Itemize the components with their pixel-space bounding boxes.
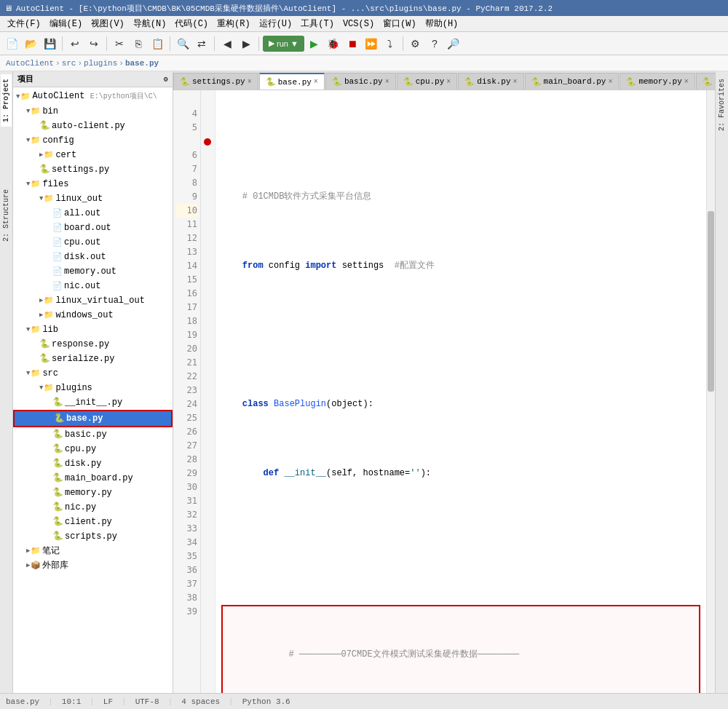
tree-config[interactable]: ▼ 📁 config xyxy=(13,133,173,148)
tree-basic-py[interactable]: 🐍 basic.py xyxy=(13,427,173,442)
tree-linux-out[interactable]: ▼ 📁 linux_out xyxy=(13,191,173,206)
ln-29: 29 xyxy=(176,467,197,480)
tree-cpu-out[interactable]: 📄 cpu.out xyxy=(13,235,173,250)
menu-vcs[interactable]: VCS(S) xyxy=(339,17,379,31)
toolbar-step-over[interactable]: ⤵ xyxy=(381,35,399,52)
tree-src[interactable]: ▼ 📁 src xyxy=(13,366,173,381)
toolbar-new[interactable]: 📄 xyxy=(3,35,20,52)
right-scrollbar[interactable] xyxy=(706,90,715,693)
tree-memory-py[interactable]: 🐍 memory.py xyxy=(13,486,173,500)
menu-view[interactable]: 视图(V) xyxy=(87,16,129,31)
toolbar-play[interactable]: ▶ xyxy=(306,35,323,52)
tree-external[interactable]: ▶ 📦 外部库 xyxy=(13,558,173,573)
tree-serialize-py[interactable]: 🐍 serialize.py xyxy=(13,352,173,366)
toolbar-save[interactable]: 💾 xyxy=(41,35,58,52)
tree-board-out[interactable]: 📄 board.out xyxy=(13,221,173,235)
tab-close-settings[interactable]: × xyxy=(248,78,252,86)
tab-structure[interactable]: 2: Structure xyxy=(1,185,12,246)
toolbar-settings[interactable]: ⚙ xyxy=(407,35,424,52)
tree-windows-out[interactable]: ▶ 📁 windows_out xyxy=(13,308,173,322)
toolbar-stop[interactable]: ⏹ xyxy=(344,35,361,52)
toolbar-replace[interactable]: ⇄ xyxy=(193,35,210,52)
tree-memory-out[interactable]: 📄 memory.out xyxy=(13,264,173,279)
ln-26: 26 xyxy=(176,425,197,439)
tab-favorites[interactable]: 2: Favorites xyxy=(716,74,727,135)
tree-autoclient[interactable]: ▼ 📁 AutoClient E:\python项目\C\ xyxy=(13,89,173,104)
toolbar-redo[interactable]: ↪ xyxy=(85,35,103,52)
tree-all-out[interactable]: 📄 all.out xyxy=(13,206,173,221)
toolbar-open[interactable]: 📂 xyxy=(22,35,39,52)
tree-response-py[interactable]: 🐍 response.py xyxy=(13,337,173,352)
tree-files[interactable]: ▼ 📁 files xyxy=(13,177,173,191)
tree-nic-out[interactable]: 📄 nic.out xyxy=(13,279,173,293)
breakpoint-line6[interactable] xyxy=(204,138,211,146)
tree-main-board-py[interactable]: 🐍 main_board.py xyxy=(13,471,173,486)
toolbar-run-button[interactable]: ▶ run ▼ xyxy=(263,36,304,52)
breadcrumb-file[interactable]: base.py xyxy=(125,59,159,68)
tab-label-settings: settings.py xyxy=(192,77,245,86)
tree-base-py[interactable]: 🐍 base.py xyxy=(13,410,173,427)
tree-linux-virtual-out[interactable]: ▶ 📁 linux_virtual_out xyxy=(13,293,173,308)
tab-close-basic[interactable]: × xyxy=(385,78,389,86)
toolbar-undo[interactable]: ↩ xyxy=(66,35,84,52)
menu-window[interactable]: 窗口(W) xyxy=(379,16,421,31)
tree-disk-py[interactable]: 🐍 disk.py xyxy=(13,456,173,471)
toolbar-paste[interactable]: 📋 xyxy=(149,35,166,52)
tab-close-disk[interactable]: × xyxy=(513,78,518,86)
toolbar-resume[interactable]: ⏩ xyxy=(363,35,380,52)
menu-edit[interactable]: 编辑(E) xyxy=(45,16,87,31)
tab-icon-disk: 🐍 xyxy=(464,77,475,87)
menu-run[interactable]: 运行(U) xyxy=(255,16,297,31)
toolbar-back[interactable]: ◀ xyxy=(218,35,236,52)
toolbar-find[interactable]: 🔍 xyxy=(174,35,191,52)
tree-bin[interactable]: ▼ 📁 bin xyxy=(13,104,173,119)
code-content[interactable]: ↑ ↓ # 01CMDB软件方式采集平台信息 from config impor… xyxy=(215,90,706,693)
tree-init-py[interactable]: 🐍 __init__.py xyxy=(13,395,173,410)
tab-disk-py[interactable]: 🐍 disk.py × xyxy=(458,73,523,90)
menu-file[interactable]: 文件(F) xyxy=(3,16,45,31)
tab-project[interactable]: 1: Project xyxy=(1,74,12,127)
py-icon-cpu: 🐍 xyxy=(52,443,63,456)
tree-settings-py[interactable]: 🐍 settings.py xyxy=(13,162,173,177)
toolbar-copy[interactable]: ⎘ xyxy=(130,35,147,52)
tab-cpu-py[interactable]: 🐍 cpu.py × xyxy=(397,73,458,90)
tree-notes[interactable]: ▶ 📁 笔记 xyxy=(13,544,173,558)
tab-memory-py[interactable]: 🐍 memory.py × xyxy=(620,73,695,90)
menu-refactor[interactable]: 重构(R) xyxy=(213,16,255,31)
tree-nic-py[interactable]: 🐍 nic.py xyxy=(13,500,173,515)
tree-lib[interactable]: ▼ 📁 lib xyxy=(13,322,173,337)
tab-basic-py[interactable]: 🐍 basic.py × xyxy=(325,73,396,90)
tab-settings-py[interactable]: 🐍 settings.py × xyxy=(173,73,258,90)
tree-cpu-py[interactable]: 🐍 cpu.py xyxy=(13,442,173,456)
tree-cert[interactable]: ▶ 📁 cert xyxy=(13,148,173,162)
tab-main-board-py[interactable]: 🐍 main_board.py × xyxy=(525,73,620,90)
tab-close-base[interactable]: × xyxy=(314,78,318,86)
menu-navigate[interactable]: 导航(N) xyxy=(129,16,171,31)
toolbar-forward[interactable]: ▶ xyxy=(237,35,255,52)
tab-close-main-board[interactable]: × xyxy=(608,78,612,86)
ln-30: 30 xyxy=(176,480,197,494)
toolbar-separator-6 xyxy=(403,36,403,51)
breadcrumb-src[interactable]: src xyxy=(62,59,76,68)
toolbar-cut[interactable]: ✂ xyxy=(111,35,128,52)
tree-auto-client-py[interactable]: 🐍 auto-client.py xyxy=(13,119,173,133)
code-editor[interactable]: 4 5 6 7 8 9 10 11 12 13 14 15 16 17 18 1… xyxy=(173,90,715,693)
menu-help[interactable]: 帮助(H) xyxy=(421,16,463,31)
menu-code[interactable]: 代码(C) xyxy=(170,16,213,31)
tab-close-cpu[interactable]: × xyxy=(446,78,451,86)
toolbar-search[interactable]: 🔎 xyxy=(445,35,462,52)
tab-base-py[interactable]: 🐍 base.py × xyxy=(259,73,325,90)
tree-scripts-py[interactable]: 🐍 scripts.py xyxy=(13,529,173,544)
tree-disk-out[interactable]: 📄 disk.out xyxy=(13,250,173,264)
scrollbar-thumb[interactable] xyxy=(708,211,714,392)
ln-16: 16 xyxy=(176,287,197,301)
breadcrumb-autoclient[interactable]: AutoClient xyxy=(6,59,54,68)
toolbar-debug[interactable]: 🐞 xyxy=(325,35,342,52)
breadcrumb-plugins[interactable]: plugins xyxy=(84,59,117,68)
tab-close-memory[interactable]: × xyxy=(684,78,689,86)
tree-plugins[interactable]: ▼ 📁 plugins xyxy=(13,381,173,395)
tab-more[interactable]: 🐍 n... × xyxy=(696,73,715,90)
menu-tools[interactable]: 工具(T) xyxy=(296,16,339,31)
tree-client-py[interactable]: 🐍 client.py xyxy=(13,515,173,529)
toolbar-help-btn[interactable]: ? xyxy=(426,35,443,52)
